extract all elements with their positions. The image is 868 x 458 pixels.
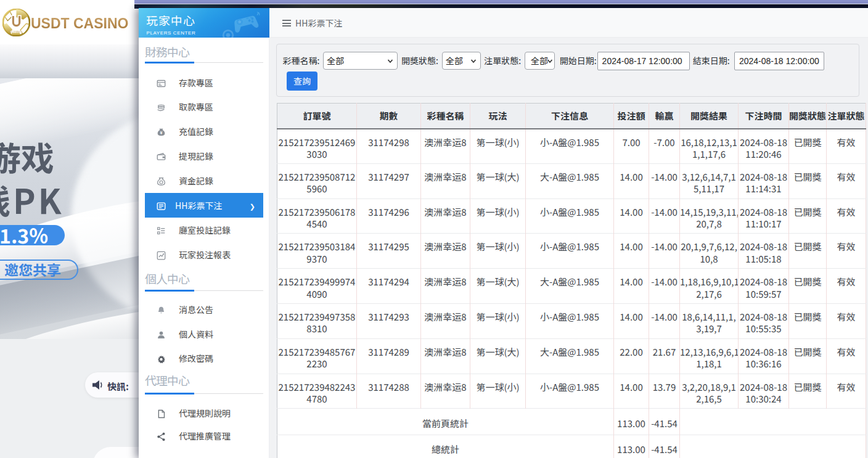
svg-text:casino: casino: [10, 29, 23, 33]
svg-text:¥: ¥: [160, 129, 162, 135]
